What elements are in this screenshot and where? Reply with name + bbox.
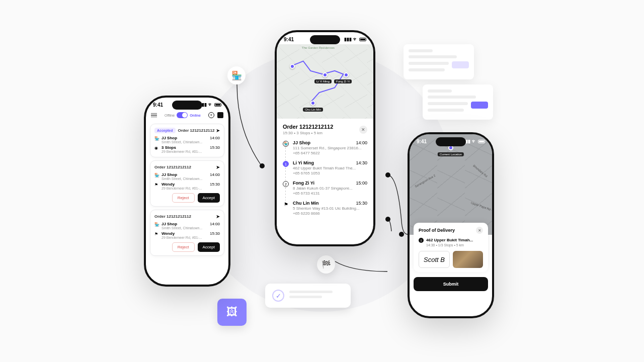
pickup-addr: Smith Street, Chinatown...	[162, 140, 202, 144]
navigate-icon[interactable]: ➤	[216, 214, 220, 219]
stop-time: 15:30	[356, 201, 367, 206]
reject-button[interactable]: Reject	[172, 242, 195, 252]
stop-marker: 1	[283, 161, 289, 167]
connector-dot	[385, 217, 390, 222]
phone-notch	[310, 35, 340, 44]
connector-dot	[260, 163, 265, 168]
toggle-label-on: Online	[190, 114, 201, 117]
pickup-name: JJ Shop	[162, 172, 202, 177]
stop-address: 462 Upper Bukit Timah Road The...	[293, 166, 367, 170]
dest-name: Wendy	[162, 182, 202, 187]
stop-address: 5 Shenton Way #13-01 Uic Building...	[293, 206, 367, 211]
photo-thumbnail[interactable]	[453, 251, 483, 268]
app-header: Offline Online +	[146, 110, 228, 121]
order-card-accepted[interactable]: Accepted Order 12121212112 ➤ 🏪 JJ Shop S…	[150, 124, 224, 157]
phone-proof-of-delivery: 9:41 ▮▮▮ᯤ Current Location Serangoon Ave…	[408, 132, 494, 318]
stop-row[interactable]: 🏪 JJ Shop14:00 111 Somerset Rd., Singapo…	[283, 140, 367, 155]
signal-icon: ▮▮▮	[344, 37, 352, 42]
shop-icon: 🏪	[154, 136, 159, 141]
phone-notch	[172, 101, 202, 110]
stop-phone: +65 6765 1053	[293, 171, 367, 175]
status-badge: Accepted	[154, 128, 176, 133]
pickup-addr: Smith Street, Chinatown...	[162, 177, 202, 180]
stop-marker: 2	[283, 181, 289, 187]
stop-marker-final: ⚑	[283, 201, 289, 207]
stop-phone: +65 6733 4131	[293, 191, 367, 196]
order-card-pending[interactable]: Order 12121212112 ➤ 🏪 JJ Shop Smith Stre…	[150, 160, 224, 207]
pickup-name: JJ Shop	[162, 222, 202, 226]
shop-icon: 🏪	[154, 172, 159, 177]
map-stop-label: Li Yi Ming	[314, 79, 332, 83]
stop-time: 14:30	[356, 160, 367, 165]
dest-addr: 29 Bendemeer Rd, #01-...	[162, 150, 202, 153]
phone-orders-list: 9:41 ▮▮▮ᯤ Offline Online + Accepted Orde…	[144, 96, 230, 287]
battery-icon	[214, 103, 221, 107]
stop-name: Chu Lin Min	[293, 201, 319, 206]
signature-text: Scott B	[424, 256, 445, 263]
dest-name: 3 Stops	[162, 145, 202, 150]
image-placeholder-icon: 🖼	[217, 299, 247, 326]
map-icon[interactable]	[217, 112, 223, 118]
flag-icon: ⚑	[154, 231, 159, 236]
order-title: Order 12121212112	[154, 165, 191, 169]
status-time: 9:41	[417, 139, 427, 144]
accept-button[interactable]: Accept	[198, 242, 220, 252]
confirmation-chip: ✓	[265, 284, 351, 308]
dest-addr: 29 Bendemeer Rd, #01-...	[162, 187, 202, 190]
accept-button[interactable]: Accept	[198, 193, 220, 203]
dest-addr: 29 Bendemeer Rd, #01-...	[162, 236, 202, 239]
navigate-icon[interactable]: ➤	[216, 164, 220, 170]
submit-button[interactable]: Submit	[414, 277, 488, 291]
order-title: Order 12121212112	[283, 124, 333, 130]
stops-icon: ◉	[154, 145, 159, 150]
reject-button[interactable]: Reject	[172, 193, 195, 203]
stop-row[interactable]: 1 Li Yi Ming14:30 462 Upper Bukit Timah …	[283, 160, 367, 175]
add-icon[interactable]: +	[208, 112, 214, 118]
map-stop-label: Chu Lin Min	[303, 108, 323, 112]
order-title: Order 12121212112	[178, 128, 215, 133]
stop-address: 111 Somerset Rd., Singapore 23816...	[293, 146, 367, 150]
order-card-pending[interactable]: Order 12121212112 ➤ 🏪 JJ Shop Smith Stre…	[150, 210, 224, 256]
stop-name: Li Yi Ming	[293, 160, 314, 165]
stop-name: Fong Zi Yi	[293, 180, 314, 186]
pickup-time: 14:00	[210, 222, 220, 226]
dest-time: 15:30	[210, 145, 220, 150]
stop-phone: +65 6220 8686	[293, 211, 367, 216]
phone-notch	[436, 137, 466, 146]
stop-row[interactable]: 2 Fong Zi Yi15:00 8 Jalan Kukoh 01-37 Si…	[283, 180, 367, 196]
map-pin-start	[290, 64, 295, 69]
location-icon: i	[419, 238, 424, 243]
stop-phone: +65 6477 5622	[293, 151, 367, 155]
battery-icon	[359, 38, 366, 41]
pickup-addr: Smith Street, Chinatown...	[162, 226, 202, 230]
wifi-icon: ᯤ	[472, 139, 476, 144]
connector-dot	[385, 172, 390, 177]
status-time: 9:41	[153, 102, 163, 108]
dest-name: Wendy	[162, 231, 202, 236]
stops-list: 🏪 JJ Shop14:00 111 Somerset Rd., Singapo…	[283, 140, 367, 216]
signature-box[interactable]: Scott B	[419, 251, 450, 268]
route-map[interactable]: The Garden Residences Li Yi Ming Fong Zi…	[277, 44, 373, 119]
order-summary: 15:30 • 3 Stops • 5 km	[283, 131, 333, 135]
close-icon[interactable]: ✕	[359, 126, 367, 134]
check-icon: ✓	[272, 290, 284, 302]
flag-icon: ⚑	[154, 182, 159, 187]
map-pin-end	[310, 101, 315, 106]
delivery-map[interactable]: 9:41 ▮▮▮ᯤ Current Location Serangoon Ave…	[410, 134, 492, 235]
wifi-icon: ᯤ	[208, 102, 213, 107]
menu-icon[interactable]	[151, 113, 157, 118]
shop-icon: 🏪	[227, 66, 246, 84]
map-stop-label: Fong Zi Yi	[334, 79, 352, 83]
shop-icon: 🏪	[154, 222, 159, 227]
online-toggle[interactable]	[177, 112, 188, 118]
delivery-address: 462 Upper Bukit Timah...	[426, 238, 473, 242]
wifi-icon: ᯤ	[353, 37, 358, 42]
navigate-icon[interactable]: ➤	[216, 128, 220, 133]
connector-dot	[399, 232, 404, 237]
pod-title: Proof of Delivery	[419, 228, 455, 233]
map-pin-stop	[323, 72, 328, 77]
phone-route-detail: 9:41 ▮▮▮ᯤ The Garden Residences Li Yi Mi…	[275, 30, 375, 246]
road-label: Upper Paya Rd	[470, 201, 491, 211]
stop-row[interactable]: ⚑ Chu Lin Min15:30 5 Shenton Way #13-01 …	[283, 201, 367, 216]
close-icon[interactable]: ✕	[476, 227, 483, 234]
